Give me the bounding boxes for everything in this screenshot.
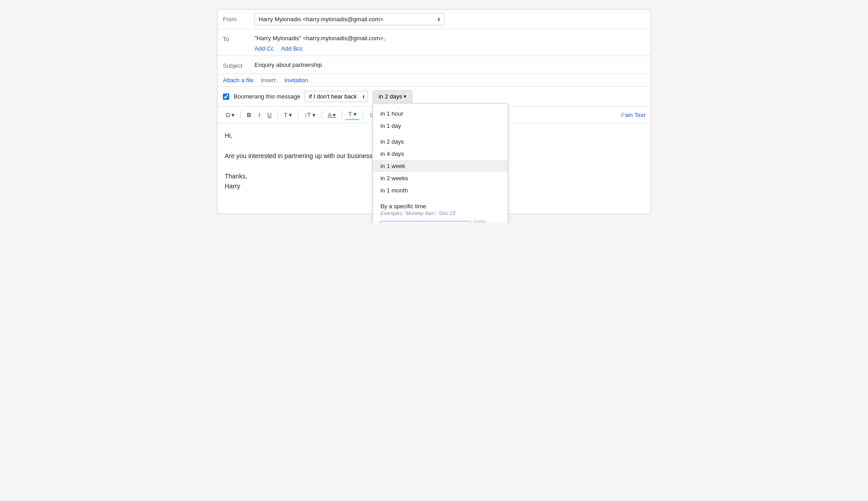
toolbar-sep1 (241, 111, 241, 119)
toolbar-italic[interactable]: I (256, 110, 263, 120)
from-row: From Harry Mylonadis <harry.mylonadis@gm… (217, 9, 651, 29)
from-select-wrapper: Harry Mylonadis <harry.mylonadis@gmail.c… (255, 13, 444, 25)
to-row: To Add Cc Add Bcc (217, 29, 651, 56)
toolbar-underline[interactable]: U (264, 110, 274, 120)
from-label: From (223, 13, 255, 23)
subject-input[interactable] (255, 60, 645, 70)
boomerang-label: Boomerang this message (234, 93, 300, 100)
to-field-content (255, 33, 645, 43)
in2days-label: in 2 days (378, 93, 402, 100)
boomerang-condition-wrapper: if I don't hear back (305, 91, 368, 102)
in2days-container: in 2 days in 1 hour in 1 day in 2 days i… (373, 90, 412, 103)
toolbar-sep6 (363, 111, 363, 119)
dropdown-item-1week[interactable]: in 1 week (373, 160, 508, 172)
email-body-text: Hi, Are you interested in partnering up … (225, 132, 376, 190)
plain-text-link[interactable]: Pain Text (621, 112, 645, 118)
toolbar-sep3 (298, 111, 298, 119)
boomerang-condition-select[interactable]: if I don't hear back (305, 91, 368, 102)
attach-row: Attach a file Insert: Invitation (217, 74, 651, 87)
insert-label: Insert: (261, 77, 277, 84)
cc-bcc-links: Add Cc Add Bcc (255, 45, 303, 52)
from-field-content: Harry Mylonadis <harry.mylonadis@gmail.c… (255, 13, 645, 25)
toolbar-sep4 (321, 111, 322, 119)
toolbar-font[interactable]: Ω ▾ (223, 110, 237, 120)
examples-text: Examples: 'Monday 9am', 'Dec 23' (373, 211, 508, 219)
calendar-icon-button[interactable]: 📅 (473, 220, 486, 223)
dropdown-item-4days[interactable]: in 4 days (373, 148, 508, 160)
subject-row: Subject (217, 56, 651, 74)
toolbar-font-color[interactable]: A ▾ (325, 110, 339, 120)
boomerang-row: Boomerang this message if I don't hear b… (217, 87, 651, 107)
dropdown-item-1day[interactable]: in 1 day (373, 120, 508, 132)
dropdown-item-2weeks[interactable]: in 2 weeks (373, 172, 508, 184)
toolbar-sep2 (278, 111, 278, 119)
attach-file-link[interactable]: Attach a file (223, 77, 254, 84)
specific-time-label: By a specific time (373, 200, 508, 211)
to-input[interactable] (255, 33, 645, 43)
add-cc-link[interactable]: Add Cc (255, 45, 274, 52)
add-bcc-link[interactable]: Add Bcc (281, 45, 303, 52)
toolbar-text-size[interactable]: ↕T ▾ (302, 110, 318, 120)
toolbar-bold[interactable]: B (244, 110, 254, 120)
toolbar-bg-color[interactable]: T ▾ (345, 109, 359, 120)
time-dropdown: in 1 hour in 1 day in 2 days in 4 days i… (373, 103, 508, 223)
toolbar-sep5 (342, 111, 342, 119)
dropdown-divider (373, 132, 508, 136)
dropdown-item-2days[interactable]: in 2 days (373, 136, 508, 148)
dropdown-divider2 (373, 197, 508, 200)
to-label: To (223, 33, 255, 42)
dropdown-item-1month[interactable]: in 1 month (373, 184, 508, 197)
from-select[interactable]: Harry Mylonadis <harry.mylonadis@gmail.c… (255, 13, 444, 25)
datetime-input[interactable] (380, 221, 471, 224)
boomerang-checkbox[interactable] (223, 94, 229, 100)
toolbar-text-style[interactable]: T ▾ (281, 110, 295, 120)
plain-text-label: ain Text (625, 112, 645, 118)
dropdown-item-1hour[interactable]: in 1 hour (373, 108, 508, 120)
in2days-button[interactable]: in 2 days (373, 90, 412, 103)
datetime-row: 📅 (373, 219, 508, 223)
invitation-link[interactable]: Invitation (284, 77, 308, 84)
compose-window: From Harry Mylonadis <harry.mylonadis@gm… (217, 9, 651, 214)
subject-field-content (255, 60, 645, 70)
subject-label: Subject (223, 60, 255, 69)
